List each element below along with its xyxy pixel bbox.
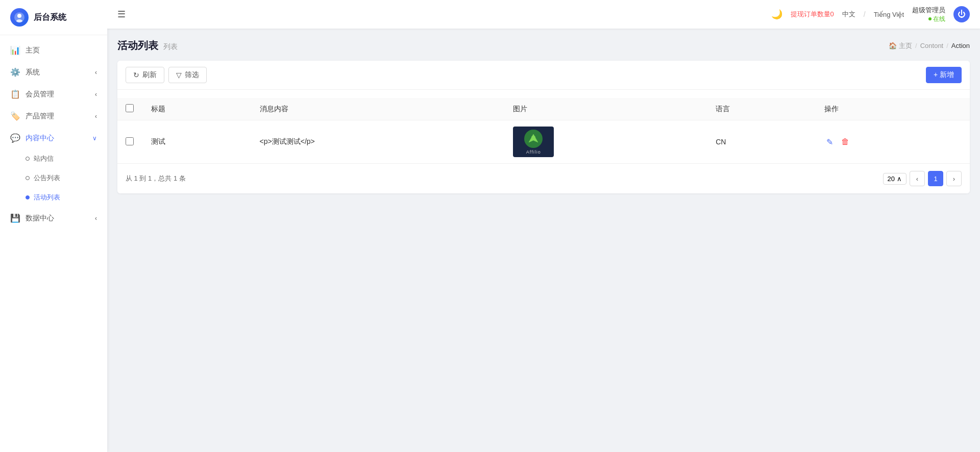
sidebar-item-label: 会员管理 <box>26 90 54 99</box>
table-head: 标题 消息内容 图片 语言 操作 <box>117 98 970 120</box>
page-size-select[interactable]: 20 ∧ <box>883 173 906 185</box>
breadcrumb-content: Contont <box>920 42 944 49</box>
thumbnail-logo <box>524 130 543 148</box>
table-container: ↻ 刷新 ▽ 筛选 + 新增 <box>117 61 970 193</box>
content-sub-menu: 站内信 公告列表 活动列表 <box>0 149 107 207</box>
sidebar-item-dashboard[interactable]: 📊 主页 <box>0 39 107 61</box>
page-number: 1 <box>934 175 937 183</box>
sidebar-logo: 后台系统 <box>0 0 107 35</box>
select-all-checkbox[interactable] <box>126 104 134 112</box>
svg-point-2 <box>16 19 22 22</box>
logout-button[interactable]: ⏻ <box>953 6 970 22</box>
pagination-info: 从 1 到 1，总共 1 条 <box>126 174 186 183</box>
row-title: 测试 <box>143 120 252 164</box>
select-all-cell <box>117 98 143 120</box>
toolbar: ↻ 刷新 ▽ 筛选 + 新增 <box>117 61 970 90</box>
row-image-cell: Affilio <box>505 120 707 164</box>
theme-toggle-icon[interactable]: 🌙 <box>771 9 782 20</box>
sidebar-item-system[interactable]: ⚙️ 系统 ‹ <box>0 61 107 83</box>
col-title: 标题 <box>143 98 252 120</box>
page-header: 活动列表 列表 🏠 主页 / Contont / Action <box>117 39 970 53</box>
row-checkbox[interactable] <box>126 137 134 145</box>
row-checkbox-cell <box>117 120 143 164</box>
user-info: 超级管理员 在线 <box>912 6 945 23</box>
chevron-right-icon: ‹ <box>95 215 97 222</box>
page-size-value: 20 <box>888 175 895 183</box>
edit-button[interactable]: ✎ <box>824 136 835 148</box>
page-title: 活动列表 <box>117 39 158 53</box>
header-right: 🌙 提现订单数量0 中文 / Tiếng Việt 超级管理员 在线 ⏻ <box>771 6 970 23</box>
col-content: 消息内容 <box>252 98 505 120</box>
sidebar-item-label: 系统 <box>26 68 40 77</box>
page-title-area: 活动列表 列表 <box>117 39 178 53</box>
sidebar-item-label: 数据中心 <box>26 214 54 223</box>
pagination-area: 从 1 到 1，总共 1 条 20 ∧ ‹ 1 › <box>117 163 970 193</box>
next-page-button[interactable]: › <box>946 171 962 186</box>
prev-page-button[interactable]: ‹ <box>910 171 925 186</box>
col-action: 操作 <box>816 98 970 120</box>
dashboard-icon: 📊 <box>10 45 20 55</box>
page-subtitle: 列表 <box>163 42 178 52</box>
page-1-button[interactable]: 1 <box>928 171 943 186</box>
thumbnail-label: Affilio <box>526 149 541 155</box>
data-icon: 💾 <box>10 213 20 223</box>
breadcrumb-sep: / <box>915 42 917 49</box>
system-icon: ⚙️ <box>10 67 20 77</box>
action-buttons: ✎ 🗑 <box>824 136 962 148</box>
power-icon: ⏻ <box>958 10 966 19</box>
breadcrumb-home-text: 主页 <box>899 41 912 51</box>
sidebar-item-label: 内容中心 <box>26 134 54 143</box>
dot-icon <box>26 176 30 180</box>
sidebar-item-data[interactable]: 💾 数据中心 ‹ <box>0 207 107 229</box>
urgent-orders-link[interactable]: 提现订单数量0 <box>791 10 834 19</box>
refresh-button[interactable]: ↻ 刷新 <box>126 67 164 83</box>
sidebar-item-product[interactable]: 🏷️ 产品管理 ‹ <box>0 105 107 127</box>
urgent-label: 提现订单数量 <box>791 10 830 18</box>
sidebar-item-member[interactable]: 📋 会员管理 ‹ <box>0 83 107 105</box>
lang-vi-button[interactable]: Tiếng Việt <box>874 11 904 18</box>
menu-toggle-icon[interactable]: ☰ <box>117 9 126 20</box>
sidebar-item-content[interactable]: 💬 内容中心 ∨ <box>0 127 107 149</box>
user-status: 在线 <box>928 15 945 23</box>
page-size-chevron: ∧ <box>897 175 902 183</box>
breadcrumb-current: Action <box>951 42 970 49</box>
member-icon: 📋 <box>10 89 20 99</box>
sidebar-nav: 📊 主页 ⚙️ 系统 ‹ 📋 会员管理 ‹ 🏷️ 产品管理 ‹ 💬 内容中心 ∨ <box>0 35 107 452</box>
dot-icon <box>26 157 30 161</box>
chevron-right-icon: ‹ <box>95 69 97 76</box>
status-text: 在线 <box>933 15 945 23</box>
main-area: ☰ 🌙 提现订单数量0 中文 / Tiếng Việt 超级管理员 在线 ⏻ <box>107 0 980 452</box>
refresh-icon: ↻ <box>133 71 139 79</box>
delete-button[interactable]: 🗑 <box>839 136 851 148</box>
user-name: 超级管理员 <box>912 6 945 15</box>
dot-active-icon <box>26 195 30 199</box>
lang-zh-button[interactable]: 中文 <box>842 10 855 19</box>
table-row: 测试 <p>测试测试</p> Affilio <box>117 120 970 164</box>
logo-icon <box>10 8 29 27</box>
content-area: 活动列表 列表 🏠 主页 / Contont / Action ↻ <box>107 29 980 452</box>
chevron-down-icon: ∨ <box>92 135 97 142</box>
new-button[interactable]: + 新增 <box>926 67 962 83</box>
table-body: 测试 <p>测试测试</p> Affilio <box>117 120 970 164</box>
sidebar: 后台系统 📊 主页 ⚙️ 系统 ‹ 📋 会员管理 ‹ 🏷️ 产品管理 ‹ 💬 内… <box>0 0 107 452</box>
thumbnail: Affilio <box>513 127 554 157</box>
sidebar-item-label: 主页 <box>26 46 40 55</box>
product-icon: 🏷️ <box>10 111 20 121</box>
row-actions: ✎ 🗑 <box>816 120 970 164</box>
logo-text: 后台系统 <box>34 12 66 23</box>
sidebar-item-announcement[interactable]: 公告列表 <box>0 168 107 188</box>
sidebar-item-label: 产品管理 <box>26 112 54 121</box>
col-language: 语言 <box>707 98 816 120</box>
home-icon: 🏠 <box>889 42 897 49</box>
sidebar-sub-label: 活动列表 <box>34 193 60 202</box>
svg-point-1 <box>17 14 21 18</box>
breadcrumb-sep2: / <box>946 42 948 49</box>
chevron-right-icon: ‹ <box>95 113 97 120</box>
lang-divider: / <box>864 10 866 18</box>
sidebar-item-station-mail[interactable]: 站内信 <box>0 149 107 168</box>
row-content: <p>测试测试</p> <box>252 120 505 164</box>
pagination-controls: 20 ∧ ‹ 1 › <box>883 171 962 186</box>
sidebar-item-activity[interactable]: 活动列表 <box>0 188 107 207</box>
refresh-label: 刷新 <box>142 70 157 80</box>
filter-button[interactable]: ▽ 筛选 <box>168 67 207 83</box>
